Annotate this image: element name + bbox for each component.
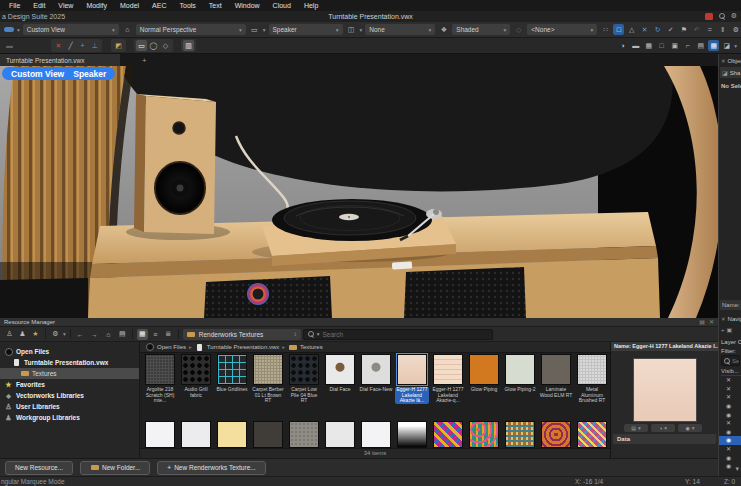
texture-pour-icon[interactable]: ◪ <box>721 40 732 51</box>
visibility-row[interactable]: ✕ <box>719 393 741 402</box>
texture-tile[interactable] <box>574 421 610 448</box>
breadcrumb-folder[interactable]: Textures <box>300 344 323 350</box>
resource-search-input[interactable]: ▾ Search <box>303 329 493 340</box>
wand-icon[interactable]: ⚑ <box>678 24 689 35</box>
texture-tile[interactable]: Egger-H 1277 Lakeland Akazie-q... <box>430 354 466 404</box>
visibility-row[interactable]: ◉ <box>719 436 741 445</box>
resource-manager-titlebar[interactable]: Resource Manager ▤ ✕ <box>0 318 718 327</box>
texture-tile[interactable]: Egger-H 1277 Lakeland Akazie lä... <box>394 354 430 404</box>
visibility-row[interactable]: ◉ <box>719 453 741 462</box>
caret-down-icon[interactable]: ▾ <box>360 27 363 33</box>
flyover-icon[interactable]: △ <box>626 24 637 35</box>
search-icon[interactable] <box>719 13 725 19</box>
texture-tile[interactable]: Carpet Berber 01 Lt Brown RT <box>250 354 286 404</box>
render-mode-icon[interactable]: ❖ <box>438 24 449 35</box>
push-pull-icon[interactable]: ◩ <box>113 40 124 51</box>
multi-pane-icon[interactable]: ▦ <box>708 40 719 51</box>
visibility-row[interactable]: ✕ <box>719 445 741 454</box>
tree-item[interactable]: Workgroup Libraries <box>0 412 139 423</box>
lasso-icon[interactable]: ◯ <box>148 40 159 51</box>
group-icon[interactable]: ♟ <box>17 329 28 340</box>
new-resource-button[interactable]: New Resource... <box>5 461 73 475</box>
render-dropdown[interactable]: Shaded▾ <box>452 24 510 35</box>
texture-tile[interactable]: Glow Piping <box>466 354 502 404</box>
menu-item[interactable]: Cloud <box>273 2 291 9</box>
pause-icon[interactable]: ‖ <box>717 24 728 35</box>
dock-icon[interactable]: ▤ <box>699 318 705 327</box>
breadcrumb-root[interactable]: Open Files <box>157 344 186 350</box>
preview-option-button[interactable]: ▤ ▾ <box>624 424 648 432</box>
camera-view-icon[interactable]: ▣ <box>669 40 680 51</box>
chevron-down-icon[interactable]: ▾ <box>735 465 739 473</box>
texture-tile[interactable] <box>250 421 286 448</box>
drawing-viewport[interactable]: Custom View Speaker <box>0 66 718 318</box>
caret-down-icon[interactable]: ▾ <box>63 331 66 337</box>
menu-item[interactable]: File <box>9 2 20 9</box>
camera-icon[interactable]: ◇ <box>513 24 524 35</box>
cage-icon[interactable]: □ <box>656 40 667 51</box>
menu-item[interactable]: Model <box>120 2 139 9</box>
preview-option-button[interactable]: ◑ ▾ <box>651 424 675 432</box>
camera-dropdown[interactable]: <None>▾ <box>527 24 597 35</box>
layer-dropdown[interactable]: None▾ <box>365 24 435 35</box>
texture-tile[interactable] <box>214 421 250 448</box>
cabinet-icon[interactable]: ▥ <box>183 40 194 51</box>
undo-view-icon[interactable]: ↶ <box>691 24 702 35</box>
menu-item[interactable]: Edit <box>33 2 45 9</box>
tree-item[interactable]: Favorites <box>0 379 139 390</box>
gear-icon[interactable]: ⚙ <box>730 24 741 35</box>
tab-turntable-presentation[interactable]: Turntable Presentation.vwx <box>0 54 120 66</box>
texture-tile[interactable]: Dial Face-New <box>358 354 394 404</box>
texture-tile[interactable]: Carpet Low Pile 04 Blue RT <box>286 354 322 404</box>
texture-tile[interactable]: Metal Aluminum Brushed RT <box>574 354 610 404</box>
breadcrumb-file[interactable]: Turntable Presentation.vwx <box>207 344 279 350</box>
texture-tile[interactable] <box>358 421 394 448</box>
snap-axis-icon[interactable]: ⊥ <box>89 40 100 51</box>
screen-icon[interactable]: ▣ <box>727 326 733 333</box>
menu-item[interactable]: Tools <box>180 2 196 9</box>
new-tab-button[interactable]: + <box>142 54 147 66</box>
texture-tile[interactable] <box>466 421 502 448</box>
texture-tile[interactable] <box>286 421 322 448</box>
preview-option-button[interactable]: ◉ ▾ <box>678 424 702 432</box>
close-icon[interactable]: ✕ <box>721 58 726 64</box>
visibility-row[interactable]: ◉ <box>719 410 741 419</box>
texture-tile[interactable] <box>322 421 358 448</box>
marquee-options-icon[interactable]: ∷ <box>600 24 611 35</box>
new-folder-button[interactable]: New Folder... <box>80 461 150 475</box>
collection-dropdown[interactable]: Renderworks Textures ↕ <box>183 329 301 340</box>
texture-tile[interactable]: Laminate Wood ELM RT <box>538 354 574 404</box>
texture-tile[interactable] <box>394 421 430 448</box>
corner-icon[interactable]: ⌐ <box>682 40 693 51</box>
visibility-row[interactable]: ✕ <box>719 376 741 385</box>
detail-view-icon[interactable]: ≣ <box>163 329 174 340</box>
view-indicator-badge[interactable]: Custom View Speaker <box>2 67 115 80</box>
view-dropdown[interactable]: Custom View▾ <box>23 24 119 35</box>
snap-line-icon[interactable]: ╱ <box>65 40 76 51</box>
caret-down-icon[interactable]: ▾ <box>263 27 266 33</box>
caret-down-icon[interactable]: ▾ <box>734 43 737 49</box>
menu-item[interactable]: Text <box>209 2 222 9</box>
texture-tile[interactable]: Glow Piping-2 <box>502 354 538 404</box>
visibility-row[interactable]: ✕ <box>719 385 741 394</box>
move-3d-icon[interactable]: ✕ <box>639 24 650 35</box>
texture-tile[interactable] <box>142 421 178 448</box>
data-section-header[interactable]: Data <box>613 434 716 444</box>
texture-tile[interactable] <box>502 421 538 448</box>
home-icon[interactable]: ⌂ <box>103 329 114 340</box>
menu-item[interactable]: View <box>58 2 73 9</box>
list-view-icon[interactable]: ≡ <box>150 329 161 340</box>
caret-down-icon[interactable]: ▾ <box>17 27 20 33</box>
rect-marquee-icon[interactable]: ▭ <box>136 40 147 51</box>
projection-dropdown[interactable]: Normal Perspective▾ <box>136 24 246 35</box>
forward-icon[interactable]: → <box>89 329 100 340</box>
texture-tile[interactable] <box>178 421 214 448</box>
gear-icon[interactable]: ⚙ <box>731 12 737 20</box>
visibility-row[interactable]: ✕ <box>719 419 741 428</box>
layer-options-label[interactable]: Layer Op... <box>721 339 741 345</box>
texture-tile[interactable] <box>538 421 574 448</box>
tree-item[interactable]: Turntable Presentation.vwx <box>0 357 139 368</box>
close-icon[interactable]: ✕ <box>721 316 726 322</box>
pan-icon[interactable]: ▬ <box>4 40 15 51</box>
new-renderworks-texture-button[interactable]: + New Renderworks Texture... <box>157 461 265 475</box>
